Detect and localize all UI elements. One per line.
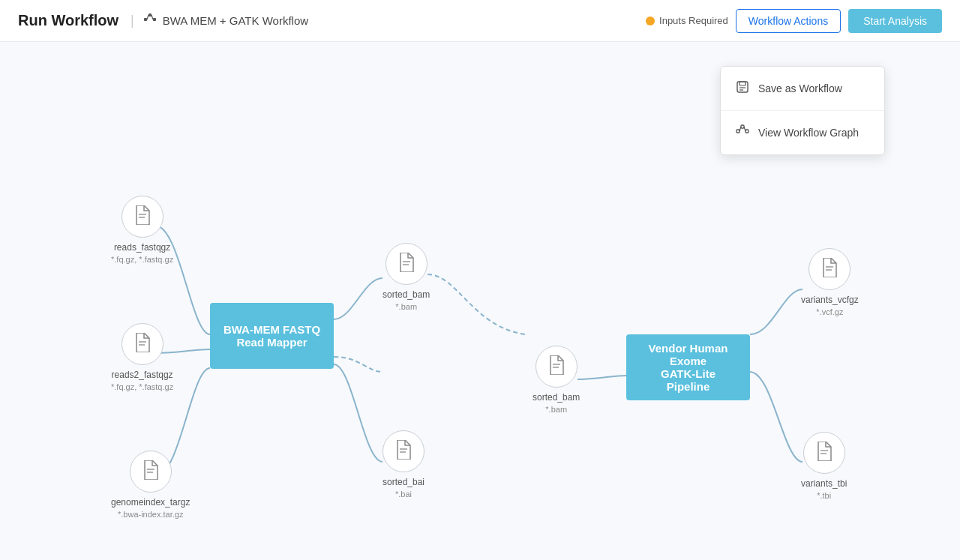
workflow-actions-button[interactable]: Workflow Actions xyxy=(736,9,841,33)
workflow-name: BWA MEM + GATK Workflow xyxy=(163,14,308,27)
view-workflow-graph-item[interactable]: View Workflow Graph xyxy=(721,111,884,154)
sorted-bai-icon xyxy=(395,440,412,463)
genomeindex-targz-icon xyxy=(142,460,159,484)
svg-rect-1 xyxy=(148,13,152,16)
reads2-fastqgz-icon xyxy=(134,333,151,356)
inputs-dot xyxy=(646,16,655,25)
save-as-workflow-label: Save as Workflow xyxy=(758,82,842,94)
variants-vcfgz-circle xyxy=(808,248,850,290)
view-workflow-graph-label: View Workflow Graph xyxy=(758,127,859,139)
save-as-workflow-icon xyxy=(736,80,749,97)
reads-fastqgz-icon xyxy=(134,205,151,229)
sorted-bam-1-circle xyxy=(386,243,428,285)
svg-rect-6 xyxy=(740,82,746,85)
reads2-fastqgz-node[interactable]: reads2_fastqgz *.fq.gz, *.fastq.gz xyxy=(111,323,173,392)
bwa-mem-tool-box[interactable]: BWA-MEM FASTQRead Mapper xyxy=(210,303,334,369)
svg-rect-11 xyxy=(746,130,748,133)
reads-fastqgz-label: reads_fastqgz *.fq.gz, *.fastq.gz xyxy=(111,242,173,265)
svg-rect-9 xyxy=(736,130,740,133)
page-title: Run Workflow xyxy=(18,12,118,29)
sorted-bai-circle xyxy=(382,430,424,472)
gatk-tool-box[interactable]: Vendor Human ExomeGATK-Lite Pipeline xyxy=(626,334,750,400)
sorted-bam-2-node[interactable]: sorted_bam *.bam xyxy=(532,346,580,415)
svg-rect-5 xyxy=(737,82,748,92)
inputs-required-label: Inputs Required xyxy=(659,15,728,26)
svg-rect-10 xyxy=(741,125,744,128)
variants-tbi-icon xyxy=(816,442,832,465)
view-workflow-graph-icon xyxy=(736,124,749,141)
variants-vcfgz-icon xyxy=(821,258,838,281)
svg-line-3 xyxy=(147,15,148,19)
genomeindex-targz-circle xyxy=(130,451,172,493)
inputs-required-badge: Inputs Required xyxy=(646,15,728,26)
sorted-bai-label: sorted_bai *.bai xyxy=(382,477,424,499)
save-as-workflow-item[interactable]: Save as Workflow xyxy=(721,67,884,111)
start-analysis-button[interactable]: Start Analysis xyxy=(848,9,942,33)
variants-tbi-label: variants_tbi *.tbi xyxy=(801,478,847,501)
sorted-bai-node[interactable]: sorted_bai *.bai xyxy=(382,430,424,499)
svg-rect-2 xyxy=(153,18,156,21)
reads2-fastqgz-label: reads2_fastqgz *.fq.gz, *.fastq.gz xyxy=(111,370,173,392)
header: Run Workflow | BWA MEM + GATK Workflow I… xyxy=(0,0,960,42)
header-separator: | xyxy=(130,13,134,28)
workflow-actions-dropdown: Save as Workflow View Workflow Graph xyxy=(720,66,885,155)
sorted-bam-2-label: sorted_bam *.bam xyxy=(532,392,580,415)
svg-line-4 xyxy=(152,15,153,19)
sorted-bam-2-icon xyxy=(548,355,565,379)
reads-fastqgz-circle xyxy=(122,196,164,238)
workflow-icon xyxy=(143,13,157,29)
sorted-bam-2-circle xyxy=(536,346,578,388)
variants-tbi-node[interactable]: variants_tbi *.tbi xyxy=(801,432,847,501)
svg-rect-0 xyxy=(144,18,147,21)
variants-vcfgz-node[interactable]: variants_vcfgz *.vcf.gz xyxy=(801,248,859,317)
genomeindex-targz-label: genomeindex_targz *.bwa-index.tar.gz xyxy=(111,497,190,520)
header-actions: Inputs Required Workflow Actions Start A… xyxy=(646,9,942,33)
svg-line-12 xyxy=(740,127,741,131)
sorted-bam-1-label: sorted_bam *.bam xyxy=(382,289,430,312)
svg-line-13 xyxy=(744,127,746,131)
genomeindex-targz-node[interactable]: genomeindex_targz *.bwa-index.tar.gz xyxy=(111,451,190,520)
reads2-fastqgz-circle xyxy=(122,323,164,365)
sorted-bam-1-icon xyxy=(398,253,415,276)
sorted-bam-1-node[interactable]: sorted_bam *.bam xyxy=(382,243,430,312)
variants-vcfgz-label: variants_vcfgz *.vcf.gz xyxy=(801,295,859,317)
reads-fastqgz-node[interactable]: reads_fastqgz *.fq.gz, *.fastq.gz xyxy=(111,196,173,265)
variants-tbi-circle xyxy=(803,432,845,474)
